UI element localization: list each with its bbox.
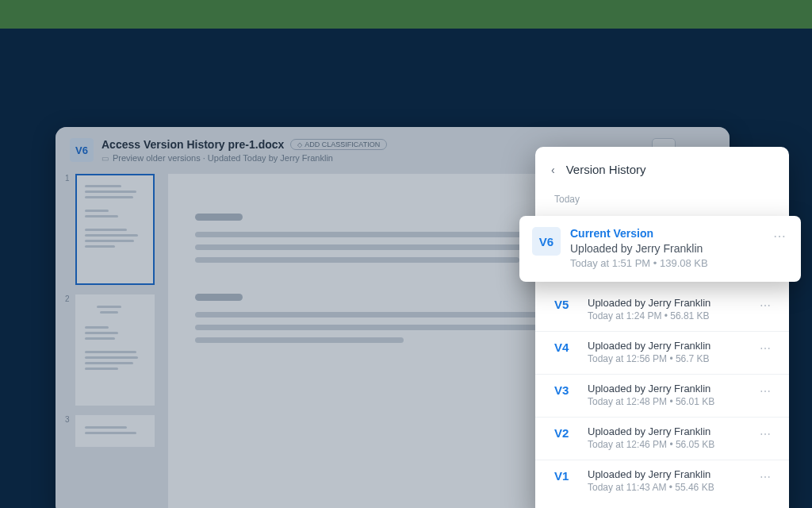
current-version-uploader: Uploaded by Jerry Franklin <box>570 242 764 255</box>
page-top-strip <box>0 0 812 29</box>
add-classification-chip[interactable]: ADD CLASSIFICATION <box>290 139 387 150</box>
version-section-label: Today <box>535 189 789 213</box>
file-title: Access Version History pre-1.docx <box>102 138 284 151</box>
version-item[interactable]: V5Uploaded by Jerry FranklinToday at 1:2… <box>535 289 789 331</box>
version-more[interactable]: ⋯ <box>760 297 772 312</box>
current-version-meta: Today at 1:51 PM • 139.08 KB <box>570 257 764 269</box>
version-uploader: Uploaded by Jerry Franklin <box>588 297 747 309</box>
version-meta: Today at 12:46 PM • 56.05 KB <box>588 439 747 450</box>
version-item[interactable]: V1Uploaded by Jerry FranklinToday at 11:… <box>535 460 789 502</box>
thumb-number: 1 <box>65 174 71 285</box>
file-subtitle: Preview older versions · Updated Today b… <box>102 153 387 163</box>
version-history-title: Version History <box>566 163 646 176</box>
file-header-text: Access Version History pre-1.docx ADD CL… <box>102 138 387 163</box>
version-history-panel: ‹ Version History Today V5Uploaded by Je… <box>535 147 789 508</box>
version-uploader: Uploaded by Jerry Franklin <box>588 468 747 480</box>
version-more[interactable]: ⋯ <box>760 425 772 441</box>
version-badge: V2 <box>554 425 575 440</box>
version-uploader: Uploaded by Jerry Franklin <box>588 425 747 437</box>
version-more[interactable]: ⋯ <box>760 468 772 483</box>
current-version-more[interactable]: ⋯ <box>773 227 787 244</box>
current-version-card[interactable]: V6 Current Version Uploaded by Jerry Fra… <box>519 216 801 282</box>
page-thumbnail[interactable] <box>75 415 155 447</box>
version-uploader: Uploaded by Jerry Franklin <box>588 383 747 394</box>
page-thumbnails: 1 2 3 <box>65 174 160 508</box>
version-more[interactable]: ⋯ <box>760 340 772 355</box>
version-meta: Today at 12:48 PM • 56.01 KB <box>588 396 747 407</box>
version-badge: V4 <box>554 340 575 354</box>
current-version-label: Current Version <box>570 227 764 240</box>
page-thumbnail[interactable] <box>75 174 155 285</box>
file-version-badge: V6 <box>70 138 94 162</box>
version-badge: V3 <box>554 383 575 397</box>
version-meta: Today at 1:24 PM • 56.81 KB <box>588 310 747 321</box>
version-item[interactable]: V3Uploaded by Jerry FranklinToday at 12:… <box>535 374 789 417</box>
version-meta: Today at 12:56 PM • 56.7 KB <box>588 353 747 364</box>
version-meta: Today at 11:43 AM • 55.46 KB <box>588 482 747 493</box>
version-badge: V5 <box>554 297 575 311</box>
thumb-number: 3 <box>65 415 71 447</box>
version-more[interactable]: ⋯ <box>760 383 772 398</box>
version-uploader: Uploaded by Jerry Franklin <box>588 340 747 352</box>
version-badge: V1 <box>554 468 575 483</box>
page-thumbnail[interactable] <box>75 294 155 406</box>
thumb-number: 2 <box>65 294 71 406</box>
version-item[interactable]: V2Uploaded by Jerry FranklinToday at 12:… <box>535 417 789 460</box>
current-version-badge: V6 <box>532 227 561 256</box>
back-button[interactable]: ‹ <box>551 164 555 176</box>
version-item[interactable]: V4Uploaded by Jerry FranklinToday at 12:… <box>535 331 789 374</box>
